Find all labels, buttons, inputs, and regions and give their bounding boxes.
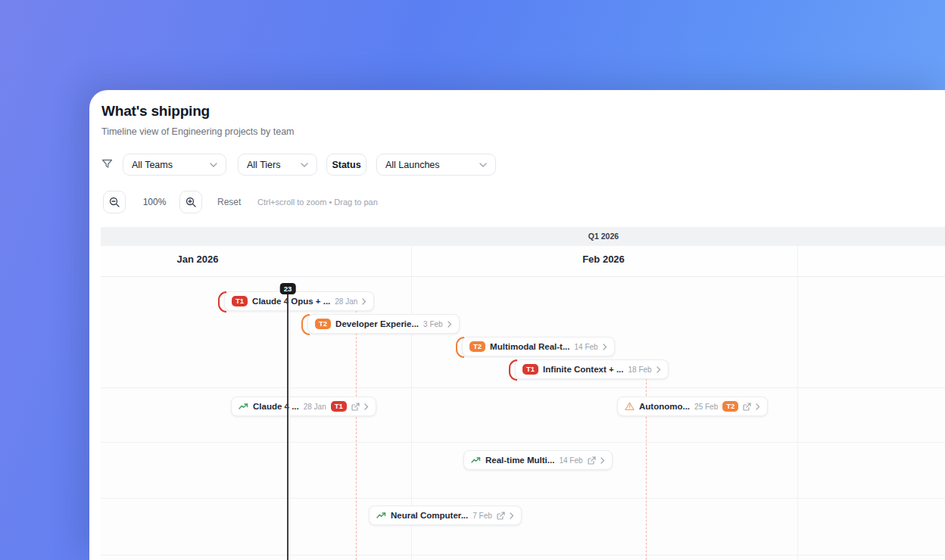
pill-name: Claude 4 ... <box>253 402 299 411</box>
chevron-right-icon <box>600 457 605 464</box>
tiers-dropdown[interactable]: All Tiers <box>238 154 317 176</box>
month-label-feb: Feb 2026 <box>582 254 625 265</box>
launch-pill[interactable]: Neural Computer...7 Feb <box>369 506 522 525</box>
chevron-right-icon <box>657 366 661 373</box>
zoom-hint: Ctrl+scroll to zoom • Drag to pan <box>257 191 378 213</box>
pill-date: 14 Feb <box>575 343 598 351</box>
project-pill[interactable]: T2Multimodal Real-t...14 Feb <box>462 337 615 356</box>
start-bracket-icon <box>218 291 226 313</box>
trend-up-icon <box>376 511 386 520</box>
tier-badge: T1 <box>331 401 347 412</box>
status-button[interactable]: Status <box>326 154 366 176</box>
zoom-out-button[interactable] <box>103 191 126 213</box>
month-gridline <box>797 246 798 560</box>
today-line <box>287 294 288 560</box>
pill-date: 18 Feb <box>628 366 651 374</box>
tier-badge: T1 <box>522 364 538 375</box>
month-header-row: Jan 2026 Feb 2026 <box>101 246 945 277</box>
pill-name: Claude 4 Opus + ... <box>252 297 330 306</box>
pill-name: Developer Experie... <box>335 319 419 328</box>
row-gridline <box>101 442 945 443</box>
external-link-icon[interactable] <box>743 403 751 411</box>
pill-name: Neural Computer... <box>391 511 468 520</box>
filter-icon <box>101 158 113 170</box>
chevron-right-icon <box>756 403 760 410</box>
timeline[interactable]: Q1 2026 Jan 2026 Feb 2026 23 T1Claude 4 … <box>101 227 945 560</box>
chevron-down-icon <box>479 163 487 167</box>
pill-name: Autonomo... <box>639 402 690 411</box>
project-pill[interactable]: T2Developer Experie...3 Feb <box>307 314 460 334</box>
pill-name: Multimodal Real-t... <box>490 342 569 351</box>
pill-date: 28 Jan <box>304 403 326 411</box>
teams-dropdown-label: All Teams <box>132 160 173 170</box>
start-bracket-icon <box>301 314 310 335</box>
page-subtitle: Timeline view of Engineering projects by… <box>101 126 295 137</box>
tier-badge: T2 <box>315 319 331 329</box>
external-link-icon[interactable] <box>497 512 505 520</box>
deadline-dashed-line <box>356 310 357 560</box>
start-bracket-icon <box>509 359 517 381</box>
quarter-header: Q1 2026 <box>101 227 945 246</box>
chevron-down-icon <box>301 163 308 167</box>
external-link-icon[interactable] <box>351 403 360 411</box>
pill-date: 3 Feb <box>423 320 443 328</box>
row-gridline <box>101 498 945 499</box>
external-link-icon[interactable] <box>588 456 596 465</box>
launches-dropdown-label: All Launches <box>385 160 440 170</box>
pill-date: 14 Feb <box>559 456 582 465</box>
status-button-label: Status <box>332 160 360 170</box>
chevron-right-icon <box>362 298 366 305</box>
zoom-level: 100% <box>136 191 173 213</box>
start-bracket-icon <box>456 337 464 358</box>
page-background: What's shipping Timeline view of Enginee… <box>0 0 945 560</box>
page-title: What's shipping <box>101 103 210 120</box>
pill-name: Real-time Multi... <box>485 456 554 465</box>
chevron-right-icon <box>364 403 369 410</box>
row-gridline <box>101 555 945 555</box>
warning-icon <box>625 402 635 411</box>
chevron-down-icon <box>210 163 217 167</box>
app-card: What's shipping Timeline view of Enginee… <box>89 90 945 560</box>
tier-badge: T1 <box>232 296 248 306</box>
zoom-in-button[interactable] <box>179 191 202 213</box>
pill-date: 28 Jan <box>335 297 357 306</box>
launch-pill[interactable]: Autonomo...25 FebT2 <box>617 397 768 416</box>
reset-button[interactable]: Reset <box>217 191 241 213</box>
chevron-right-icon <box>510 512 514 519</box>
tier-badge: T2 <box>722 401 738 412</box>
chevron-right-icon <box>603 344 607 350</box>
pill-date: 25 Feb <box>694 403 718 411</box>
month-label-jan: Jan 2026 <box>177 254 219 265</box>
row-gridline <box>101 387 945 388</box>
trend-up-icon <box>239 402 248 411</box>
zoom-in-icon <box>186 197 196 207</box>
project-pill[interactable]: T1Infinite Context + ...18 Feb <box>515 359 669 379</box>
tier-badge: T2 <box>469 341 485 352</box>
teams-dropdown[interactable]: All Teams <box>123 154 226 176</box>
zoom-out-icon <box>109 197 120 207</box>
project-pill[interactable]: T1Claude 4 Opus + ...28 Jan <box>224 291 374 311</box>
today-badge: 23 <box>280 283 296 294</box>
trend-up-icon <box>471 456 481 465</box>
quarter-label: Q1 2026 <box>588 232 619 241</box>
pill-date: 7 Feb <box>472 512 492 520</box>
pill-name: Infinite Context + ... <box>543 365 623 374</box>
tiers-dropdown-label: All Tiers <box>247 160 280 170</box>
launch-pill[interactable]: Claude 4 ...28 JanT1 <box>231 397 376 416</box>
launches-dropdown[interactable]: All Launches <box>376 154 496 176</box>
chevron-right-icon <box>448 321 452 328</box>
launch-pill[interactable]: Real-time Multi...14 Feb <box>463 450 613 470</box>
